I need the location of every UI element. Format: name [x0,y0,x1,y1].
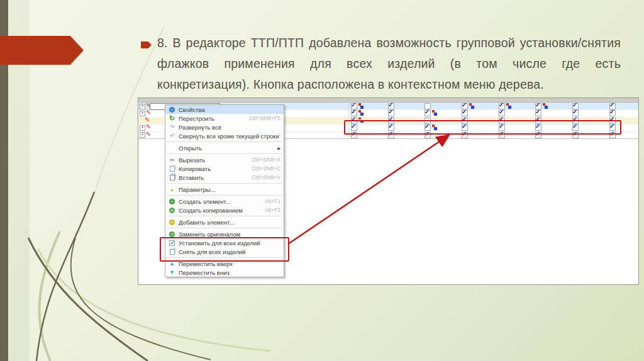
menu-item[interactable]: ВставитьCtrl+Shift+V [165,173,284,182]
concretization-marker-icon [469,103,474,109]
checkmark: ✓ [425,108,430,115]
item-pencil-icon: ✎ [145,116,150,123]
info-icon [169,107,175,113]
menu-separator [167,228,282,228]
new-item-icon [169,199,175,204]
menu-item-label: Вставить [179,174,248,181]
tree-expand-icon[interactable]: + [140,104,145,109]
slide-paragraph: 8. В редакторе ТТП/ПТП добавлена возможн… [157,33,621,95]
menu-item[interactable]: ПерестроитьCtrl+Shift+F5 [165,114,284,123]
menu-separator [167,153,282,154]
collapse-others-icon [168,133,176,140]
menu-item-label: Копировать [179,165,248,172]
checkmark: ✓ [351,108,356,115]
presentation-slide: 8. В редакторе ТТП/ПТП добавлена возможн… [0,0,644,361]
menu-item[interactable]: КопироватьCtrl+Shift+C [165,164,284,173]
copy-icon [168,165,176,172]
highlight-box-menu-items [160,237,289,262]
checkmark: ✓ [572,108,577,115]
highlight-box-table-row [344,120,621,135]
tree-expand-icon[interactable]: + [140,132,145,138]
paste-icon [168,174,176,181]
tree-expand-icon[interactable]: + [140,111,145,116]
paragraph-line: конкретизация). Кнопка расположена в кон… [157,74,621,95]
menu-item-label: Свернуть все кроме текущей строки [179,133,280,140]
menu-item-label: Свойства [179,106,280,113]
menu-item-label: Добавить элемент... [179,219,280,226]
menu-separator [167,183,282,184]
menu-item-shortcut: Alt+F1 [265,198,280,204]
expand-all-icon [168,124,176,131]
menu-item[interactable]: Создать копированиемAlt+F2 [165,206,284,214]
concretization-marker-icon [543,103,548,109]
checkmark: ✓ [535,101,540,108]
checkmark: ✓ [351,101,356,108]
menu-item-label: Развернуть всё [179,124,280,131]
tree-expand-icon[interactable]: + [140,125,145,131]
menu-item-label: Параметры... [179,186,280,193]
concretization-marker-icon [358,110,364,116]
concretization-marker-icon [432,110,437,116]
concretization-marker-icon [506,103,511,109]
checkmark: ✓ [462,101,467,108]
menu-separator [167,195,282,196]
checkmark: ✓ [499,108,504,115]
checkmark: ✓ [609,108,614,115]
params-icon [168,186,176,193]
menu-item[interactable]: Свернуть все кроме текущей строки [165,131,284,140]
checkmark: ✓ [388,108,393,115]
checkmark: ✓ [572,101,577,108]
menu-icon-spacer [168,145,176,152]
bullet-arrow-icon [141,42,152,48]
checkmark: ✓ [462,108,467,115]
rebuild-icon [168,115,176,122]
menu-item[interactable]: Создать элемент...Alt+F1 [165,197,284,206]
menu-item-label: Создать копированием [179,207,261,214]
menu-item-shortcut: Ctrl+Shift+F5 [249,115,280,121]
menu-item[interactable]: Параметры... [165,185,284,194]
replace-original-icon [169,231,175,237]
menu-item-label: Создать элемент... [179,198,261,205]
menu-item[interactable]: ВырезатьCtrl+Shift+X [165,155,284,164]
paragraph-line: флажков применения для всех изделий (в т… [157,53,621,74]
menu-item-label: Перестроить [179,115,245,122]
cut-icon [168,157,176,164]
submenu-arrow-icon: ▶ [277,146,280,150]
menu-separator [167,142,282,142]
checkmark: ✓ [499,101,504,108]
item-pencil-icon: ✎ [146,109,151,116]
apply-checkbox[interactable]: ✓ [425,110,431,116]
menu-item-shortcut: Alt+F2 [265,207,280,213]
item-pencil-icon: ✎ [146,123,151,130]
menu-item-label: Заменить оригиналом [179,231,280,238]
menu-item[interactable]: Переместить вниз [165,268,284,277]
menu-item[interactable]: Добавить элемент... [165,218,284,226]
menu-item[interactable]: Открыть▶ [165,143,284,152]
menu-item[interactable]: Развернуть всё [165,123,284,131]
menu-item-label: Вырезать [179,157,248,164]
menu-item-shortcut: Ctrl+Shift+C [252,165,280,172]
menu-item[interactable]: Свойства [165,105,284,114]
menu-separator [167,216,282,216]
slide-arrow-decoration [0,36,84,65]
checkmark: ✓ [535,108,540,115]
item-pencil-icon: ✎ [146,131,151,138]
new-copy-icon [169,208,175,213]
move-down-icon [168,269,176,276]
menu-item-label: Открыть [179,145,274,152]
menu-item-shortcut: Ctrl+Shift+X [252,157,280,163]
checkmark: ✓ [609,101,614,108]
add-item-icon [169,219,175,225]
concretization-marker-icon [358,103,364,109]
paragraph-line: 8. В редакторе ТТП/ПТП добавлена возможн… [157,33,621,53]
menu-item-shortcut: Ctrl+Shift+V [252,174,280,181]
menu-item-label: Переместить вниз [179,269,280,276]
checkmark: ✓ [388,101,393,108]
